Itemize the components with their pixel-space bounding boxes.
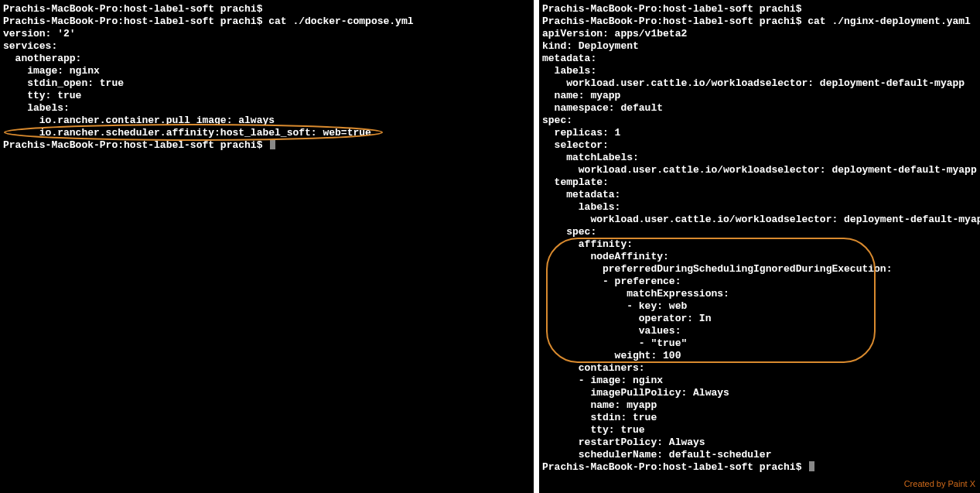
terminal-line: restartPolicy: Always [542, 437, 980, 449]
terminal-line: version: '2' [3, 28, 534, 40]
terminal-line: matchLabels: [542, 152, 980, 164]
terminal-line: - image: nginx [542, 375, 980, 387]
terminal-line: operator: In [542, 313, 980, 325]
terminal-line: template: [542, 176, 980, 189]
terminal-line: labels: [3, 102, 534, 115]
terminal-line: labels: [542, 65, 980, 77]
terminal-line: Prachis-MacBook-Pro:host-label-soft prac… [3, 3, 534, 15]
terminal-line: Prachis-MacBook-Pro:host-label-soft prac… [3, 15, 534, 28]
terminal-line: - preference: [542, 276, 980, 288]
pane-divider[interactable] [534, 0, 539, 493]
terminal-line: workload.user.cattle.io/workloadselector… [542, 77, 980, 90]
terminal-left-output: Prachis-MacBook-Pro:host-label-soft prac… [0, 0, 534, 152]
terminal-line: workload.user.cattle.io/workloadselector… [542, 164, 980, 176]
terminal-line: labels: [542, 201, 980, 214]
terminal-line: affinity: [542, 238, 980, 251]
terminal-line: schedulerName: default-scheduler [542, 449, 980, 461]
terminal-line: - "true" [542, 337, 980, 350]
terminal-line: nodeAffinity: [542, 251, 980, 263]
terminal-line: anotherapp: [3, 53, 534, 65]
terminal-line: spec: [542, 226, 980, 238]
terminal-line: weight: 100 [542, 350, 980, 362]
terminal-line: imagePullPolicy: Always [542, 387, 980, 399]
terminal-line: matchExpressions: [542, 288, 980, 300]
terminal-line: stdin_open: true [3, 77, 534, 90]
watermark-text: Created by Paint X [904, 478, 975, 490]
terminal-line: workload.user.cattle.io/workloadselector… [542, 214, 980, 226]
terminal-line: name: myapp [542, 90, 980, 102]
terminal-line: metadata: [542, 53, 980, 65]
terminal-line: Prachis-MacBook-Pro:host-label-soft prac… [542, 3, 980, 15]
cursor-icon [270, 139, 275, 149]
terminal-line: services: [3, 40, 534, 53]
terminal-line: io.rancher.container.pull_image: always [3, 115, 534, 127]
cursor-icon [809, 461, 814, 471]
split-panes: Prachis-MacBook-Pro:host-label-soft prac… [0, 0, 980, 493]
terminal-line: Prachis-MacBook-Pro:host-label-soft prac… [542, 15, 980, 28]
terminal-line: image: nginx [3, 65, 534, 77]
terminal-line: preferredDuringSchedulingIgnoredDuringEx… [542, 263, 980, 276]
terminal-line: apiVersion: apps/v1beta2 [542, 28, 980, 40]
terminal-left-pane[interactable]: Prachis-MacBook-Pro:host-label-soft prac… [0, 0, 534, 493]
terminal-line: Prachis-MacBook-Pro:host-label-soft prac… [542, 461, 980, 474]
terminal-line: selector: [542, 139, 980, 152]
terminal-line: metadata: [542, 189, 980, 201]
terminal-line: stdin: true [542, 412, 980, 424]
terminal-line: containers: [542, 362, 980, 375]
terminal-right-output: Prachis-MacBook-Pro:host-label-soft prac… [539, 0, 980, 474]
terminal-line: kind: Deployment [542, 40, 980, 53]
terminal-line: values: [542, 325, 980, 337]
terminal-line: namespace: default [542, 102, 980, 115]
terminal-line: - key: web [542, 300, 980, 313]
terminal-line: replicas: 1 [542, 127, 980, 139]
terminal-line: tty: true [542, 424, 980, 437]
terminal-line: io.rancher.scheduler.affinity:host_label… [3, 127, 534, 139]
terminal-line: tty: true [3, 90, 534, 102]
terminal-line: name: myapp [542, 399, 980, 412]
terminal-right-pane[interactable]: Prachis-MacBook-Pro:host-label-soft prac… [539, 0, 980, 493]
terminal-line: spec: [542, 115, 980, 127]
terminal-line: Prachis-MacBook-Pro:host-label-soft prac… [3, 139, 534, 152]
